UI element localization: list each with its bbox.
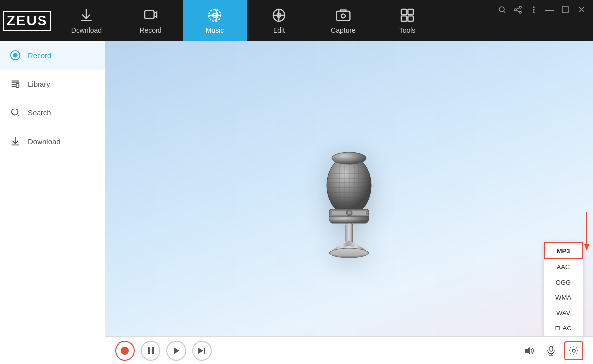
svg-point-12	[519, 6, 521, 8]
nav-music-label: Music	[206, 26, 224, 34]
download-sidebar-icon	[10, 136, 21, 146]
maximize-button[interactable]	[560, 5, 570, 15]
nav-tools-label: Tools	[399, 26, 416, 34]
format-dropdown-wrapper: MP3 AAC OGG WMA WAV FLAC	[544, 242, 583, 336]
nav-tab-record[interactable]: Record	[119, 0, 183, 41]
sidebar-item-download[interactable]: Download	[0, 127, 105, 155]
nav-tab-tools[interactable]: Tools	[375, 0, 439, 41]
arrow-indicator	[579, 212, 593, 252]
svg-rect-0	[145, 10, 154, 18]
svg-rect-47	[148, 347, 150, 354]
search-window-icon[interactable]	[497, 5, 507, 15]
svg-point-16	[533, 9, 534, 10]
format-option-mp3[interactable]: MP3	[544, 242, 583, 259]
tools-icon	[399, 7, 415, 23]
svg-rect-5	[337, 11, 350, 21]
pause-icon	[147, 347, 154, 355]
sidebar-item-library[interactable]: Library	[0, 70, 105, 98]
edit-icon	[271, 7, 287, 23]
mic-container	[105, 41, 593, 364]
svg-point-37	[332, 152, 366, 164]
nav-tab-capture[interactable]: Capture	[311, 0, 375, 41]
svg-rect-51	[204, 348, 205, 354]
capture-icon	[335, 7, 351, 23]
nav-tab-edit[interactable]: Edit	[247, 0, 311, 41]
window-controls: — ✕	[497, 0, 593, 20]
svg-rect-9	[401, 16, 407, 21]
nav-tab-music[interactable]: Music	[183, 0, 247, 41]
svg-marker-50	[198, 348, 203, 354]
format-option-wma[interactable]: WMA	[544, 290, 583, 305]
svg-point-44	[330, 250, 368, 256]
logo-text: ZEUS	[3, 11, 52, 31]
download-icon	[79, 7, 94, 23]
svg-point-41	[348, 211, 351, 214]
svg-rect-53	[550, 346, 553, 351]
svg-rect-48	[152, 347, 154, 354]
minimize-button[interactable]: —	[545, 5, 554, 15]
input-icon	[546, 346, 556, 356]
format-option-flac[interactable]: FLAC	[544, 321, 583, 336]
play-icon	[173, 347, 180, 355]
format-option-aac[interactable]: AAC	[544, 259, 583, 275]
search-sidebar-icon	[10, 107, 21, 118]
sidebar-item-record[interactable]: Record	[0, 41, 105, 70]
sidebar: Record Library Search Download	[0, 41, 105, 364]
input-select-button[interactable]	[543, 342, 559, 359]
sidebar-item-search[interactable]: Search	[0, 98, 105, 127]
music-icon	[207, 7, 223, 23]
svg-point-17	[533, 12, 534, 13]
menu-window-icon[interactable]	[529, 5, 539, 15]
sidebar-library-label: Library	[28, 80, 50, 88]
svg-marker-46	[584, 244, 589, 251]
main-content: MP3 AAC OGG WMA WAV FLAC	[105, 41, 593, 364]
format-dropdown: MP3 AAC OGG WMA WAV FLAC	[544, 242, 583, 336]
microphone-illustration	[300, 144, 398, 262]
share-window-icon[interactable]	[513, 5, 523, 15]
close-button[interactable]: ✕	[576, 5, 586, 15]
sidebar-download-label: Download	[28, 137, 61, 146]
svg-point-11	[499, 7, 504, 12]
sidebar-search-label: Search	[28, 109, 51, 117]
controls-right	[521, 341, 583, 360]
nav-edit-label: Edit	[273, 26, 285, 34]
svg-rect-8	[408, 9, 413, 15]
app-logo: ZEUS	[0, 0, 54, 41]
pause-button[interactable]	[141, 341, 160, 361]
nav-tab-download[interactable]: Download	[54, 0, 119, 41]
play-button[interactable]	[166, 341, 186, 361]
volume-button[interactable]	[521, 342, 538, 359]
format-settings-icon	[569, 346, 579, 356]
svg-rect-42	[346, 223, 353, 243]
library-icon	[10, 78, 21, 89]
svg-point-15	[533, 7, 534, 8]
record-nav-icon	[143, 7, 158, 23]
format-option-ogg[interactable]: OGG	[544, 275, 583, 290]
nav-record-label: Record	[139, 26, 161, 34]
format-button[interactable]	[564, 341, 583, 360]
svg-point-14	[519, 11, 521, 13]
record-sidebar-icon	[10, 50, 21, 61]
format-option-wav[interactable]: WAV	[544, 305, 583, 321]
svg-rect-10	[408, 16, 413, 21]
svg-rect-21	[16, 84, 19, 87]
sidebar-record-label: Record	[28, 51, 51, 60]
svg-point-56	[572, 349, 575, 352]
nav-download-label: Download	[71, 26, 102, 34]
volume-icon	[524, 346, 535, 356]
controls-left	[115, 341, 212, 361]
svg-marker-49	[174, 347, 179, 354]
svg-point-13	[514, 9, 516, 11]
next-icon	[198, 347, 206, 355]
svg-rect-7	[401, 9, 407, 15]
svg-rect-18	[562, 7, 568, 13]
next-button[interactable]	[192, 341, 212, 361]
record-button[interactable]	[115, 341, 135, 361]
svg-point-22	[12, 109, 18, 115]
titlebar: ZEUS Download Record Music	[0, 0, 593, 41]
nav-capture-label: Capture	[331, 26, 356, 34]
record-dot	[121, 347, 129, 355]
svg-point-6	[341, 14, 345, 18]
bottom-bar	[105, 336, 593, 364]
svg-marker-52	[525, 347, 530, 355]
